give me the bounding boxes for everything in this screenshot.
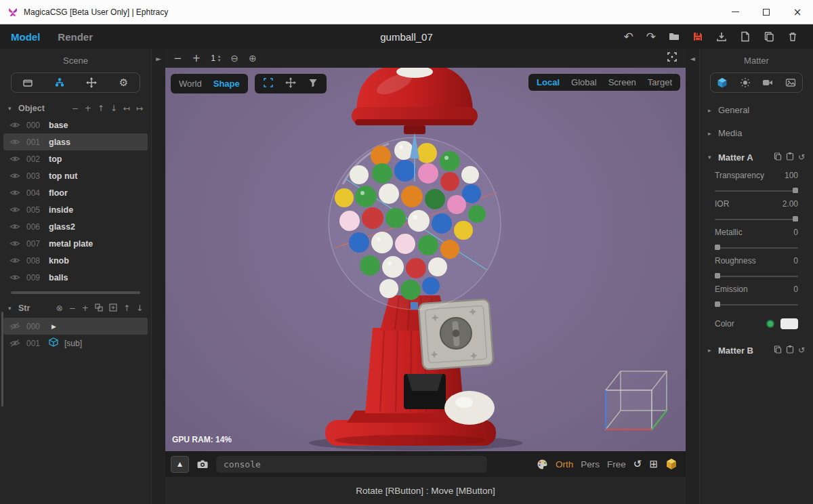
projection-free[interactable]: Free bbox=[607, 459, 626, 469]
slider-handle[interactable] bbox=[715, 273, 720, 278]
visibility-eye-icon[interactable] bbox=[9, 257, 20, 264]
object-collapse-caret[interactable]: ▾ bbox=[8, 105, 14, 112]
export-download-button[interactable] bbox=[716, 31, 727, 42]
object-row[interactable]: 003 top nut bbox=[3, 167, 148, 184]
matter-tab-material[interactable] bbox=[711, 73, 734, 92]
object-row[interactable]: 009 balls bbox=[3, 269, 148, 286]
new-file-button[interactable] bbox=[740, 31, 751, 42]
object-row[interactable]: 006 glass2 bbox=[3, 218, 148, 235]
projection-orth[interactable]: Orth bbox=[556, 459, 573, 469]
axis-screen[interactable]: Screen bbox=[608, 77, 636, 87]
visibility-off-eye-icon[interactable] bbox=[9, 339, 20, 347]
add-child-icon[interactable] bbox=[109, 302, 117, 314]
scene-tab-hierarchy[interactable] bbox=[43, 73, 75, 92]
navigation-cube[interactable] bbox=[591, 362, 669, 434]
tab-render[interactable]: Render bbox=[58, 31, 93, 43]
copy-matter-b-button[interactable] bbox=[774, 344, 782, 356]
slider-handle[interactable] bbox=[715, 245, 720, 250]
visibility-eye-icon[interactable] bbox=[9, 189, 20, 196]
emission-slider[interactable] bbox=[715, 301, 798, 308]
section-matter-a[interactable]: ▾ Matter A ↺ bbox=[700, 144, 813, 169]
visibility-eye-icon[interactable] bbox=[9, 121, 20, 129]
visibility-eye-icon[interactable] bbox=[9, 138, 20, 146]
axis-target[interactable]: Target bbox=[648, 77, 672, 87]
delete-trash-button[interactable] bbox=[787, 31, 798, 42]
zoom-in-button[interactable]: + bbox=[192, 52, 201, 64]
remove-object-button[interactable]: − bbox=[72, 104, 79, 113]
projection-pers[interactable]: Pers bbox=[581, 459, 600, 469]
reset-matter-a-button[interactable]: ↺ bbox=[798, 152, 805, 162]
axis-local[interactable]: Local bbox=[537, 77, 560, 87]
slider-handle[interactable] bbox=[715, 301, 720, 307]
undo-button[interactable]: ↶ bbox=[624, 31, 633, 42]
paste-matter-a-button[interactable] bbox=[786, 151, 794, 163]
scene-horizontal-scrollbar[interactable] bbox=[11, 291, 140, 294]
copy-matter-a-button[interactable] bbox=[774, 151, 782, 163]
section-general[interactable]: ▸ General bbox=[700, 98, 813, 121]
visibility-eye-icon[interactable] bbox=[9, 240, 20, 247]
move-object-first-button[interactable]: ↤ bbox=[123, 104, 130, 113]
move-tool-icon[interactable] bbox=[285, 77, 296, 90]
object-row[interactable]: 002 top bbox=[3, 150, 148, 167]
zoom-level-stepper[interactable]: 1 ▴ ▾ bbox=[211, 54, 220, 63]
add-sibling-icon[interactable] bbox=[95, 302, 103, 314]
move-str-down-button[interactable]: ↓ bbox=[136, 303, 143, 313]
section-media[interactable]: ▸ Media bbox=[700, 121, 813, 144]
grid-sphere-icon[interactable]: ⊕ bbox=[249, 53, 257, 64]
redo-button[interactable]: ↷ bbox=[646, 31, 656, 42]
color-swatch[interactable] bbox=[780, 318, 798, 329]
object-row[interactable]: 008 knob bbox=[3, 252, 148, 269]
object-row[interactable]: 007 metal plate bbox=[3, 235, 148, 252]
minimize-button[interactable] bbox=[720, 0, 751, 24]
zoom-spin-down-icon[interactable]: ▾ bbox=[218, 58, 221, 62]
slice-view-icon[interactable]: ⊖ bbox=[230, 53, 238, 64]
mode-shape[interactable]: Shape bbox=[213, 79, 240, 89]
visibility-off-eye-icon[interactable] bbox=[9, 322, 20, 330]
visibility-eye-icon[interactable] bbox=[9, 206, 20, 213]
add-object-button[interactable]: + bbox=[85, 104, 91, 113]
paste-matter-b-button[interactable] bbox=[786, 344, 794, 356]
matter-tab-light[interactable] bbox=[734, 73, 757, 92]
3d-viewport[interactable]: World Shape Local Global Screen Target bbox=[165, 68, 686, 451]
section-matter-b[interactable]: ▸ Matter B ↺ bbox=[700, 337, 813, 362]
clear-str-button[interactable]: ⊗ bbox=[56, 303, 63, 313]
move-object-down-button[interactable]: ↓ bbox=[110, 104, 117, 113]
reset-matter-b-button[interactable]: ↺ bbox=[798, 345, 805, 355]
color-enabled-indicator[interactable] bbox=[766, 320, 774, 328]
reset-view-button[interactable]: ↺ bbox=[633, 458, 642, 470]
object-row[interactable]: 005 inside bbox=[3, 201, 148, 218]
open-folder-button[interactable] bbox=[669, 31, 680, 42]
roughness-slider[interactable] bbox=[715, 273, 798, 279]
visibility-eye-icon[interactable] bbox=[9, 155, 20, 163]
move-object-last-button[interactable]: ↦ bbox=[136, 104, 143, 113]
close-button[interactable]: × bbox=[782, 0, 813, 24]
matter-tab-camera[interactable] bbox=[757, 73, 780, 92]
str-row-selected[interactable]: 000 ▶ bbox=[3, 318, 148, 335]
visibility-eye-icon[interactable] bbox=[9, 172, 20, 180]
object-row-selected[interactable]: 001 glass bbox=[3, 133, 148, 150]
str-row[interactable]: 001 [sub] bbox=[3, 335, 148, 352]
transparency-slider[interactable] bbox=[715, 188, 798, 194]
collapse-right-panel-button[interactable]: ◄ bbox=[690, 55, 695, 62]
filter-tool-icon[interactable] bbox=[308, 77, 318, 90]
slider-handle[interactable] bbox=[793, 188, 798, 193]
object-row[interactable]: 000 base bbox=[3, 117, 148, 133]
save-button[interactable] bbox=[692, 31, 703, 42]
mode-world[interactable]: World bbox=[179, 79, 202, 89]
metallic-slider[interactable] bbox=[715, 245, 798, 251]
maximize-button[interactable] bbox=[751, 0, 782, 24]
zoom-out-button[interactable]: − bbox=[173, 52, 182, 64]
console-input[interactable] bbox=[216, 456, 487, 473]
palette-button[interactable] bbox=[537, 459, 548, 470]
duplicate-button[interactable] bbox=[764, 31, 774, 42]
ior-slider[interactable] bbox=[715, 216, 798, 222]
axis-global[interactable]: Global bbox=[571, 77, 597, 87]
render-cube-button[interactable] bbox=[665, 458, 678, 470]
object-row[interactable]: 004 floor bbox=[3, 184, 148, 201]
scene-vertical-scrollbar[interactable] bbox=[1, 312, 3, 406]
add-str-button[interactable]: + bbox=[82, 303, 89, 313]
slider-handle[interactable] bbox=[793, 216, 798, 222]
move-object-up-button[interactable]: ↑ bbox=[98, 104, 104, 113]
visibility-eye-icon[interactable] bbox=[9, 223, 20, 230]
matter-tab-image[interactable] bbox=[779, 73, 802, 92]
